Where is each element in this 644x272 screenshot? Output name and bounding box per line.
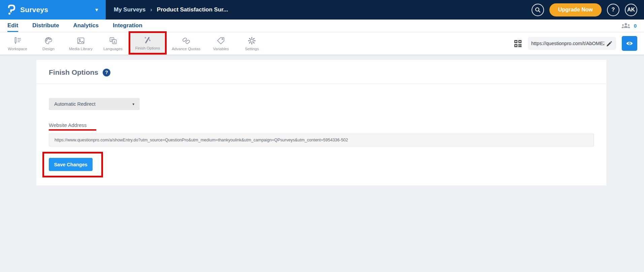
- search-icon: [535, 7, 541, 13]
- toolbar-item-finish-options[interactable]: Finish Options: [129, 31, 167, 55]
- preview-survey-button[interactable]: [622, 36, 637, 51]
- toolbar-item-advance-quotas[interactable]: Advance Quotas: [167, 32, 205, 55]
- breadcrumb-separator: ›: [150, 7, 152, 13]
- survey-link-field[interactable]: https://questionpro.com/t/AbOMEZ7: [528, 37, 616, 50]
- avatar[interactable]: AK: [625, 4, 637, 16]
- help-tooltip-icon[interactable]: ?: [103, 69, 110, 76]
- toolbar-item-workspace[interactable]: Workspace: [2, 32, 33, 55]
- variables-icon: [216, 36, 225, 45]
- finish-options-icon: [143, 36, 152, 44]
- tab-integration[interactable]: Integration: [113, 20, 142, 32]
- design-icon: [44, 36, 53, 45]
- website-address-label: Website Address: [49, 122, 87, 128]
- people-icon: [621, 23, 631, 29]
- redirect-type-dropdown[interactable]: Automatic Redirect ▾: [49, 98, 140, 110]
- toolbar-item-languages[interactable]: 文 A Languages: [98, 32, 129, 55]
- website-address-input[interactable]: [49, 134, 594, 146]
- respondents-count: 0: [634, 23, 637, 29]
- redirect-type-value: Automatic Redirect: [54, 101, 96, 107]
- tab-distribute[interactable]: Distribute: [32, 20, 59, 32]
- qr-code-icon: [514, 39, 522, 48]
- save-changes-button[interactable]: Save Changes: [49, 158, 93, 171]
- edit-link-button[interactable]: [606, 40, 613, 47]
- tab-edit[interactable]: Edit: [7, 20, 18, 32]
- editor-toolbar: Workspace Design Media Library 文 A Langu…: [0, 32, 644, 55]
- questionpro-logo: [7, 4, 16, 15]
- breadcrumb: My Surveys › Product Satisfaction Sur...: [114, 0, 228, 20]
- toolbar-item-design[interactable]: Design: [33, 32, 64, 55]
- toolbar-item-settings[interactable]: Settings: [236, 32, 267, 55]
- page-title: Finish Options: [49, 68, 98, 76]
- breadcrumb-current-survey: Product Satisfaction Sur...: [157, 6, 228, 13]
- search-button[interactable]: [532, 4, 544, 16]
- toolbar-item-media-library[interactable]: Media Library: [64, 32, 98, 55]
- chevron-down-icon[interactable]: ▼: [94, 7, 99, 12]
- dropdown-caret-icon: ▾: [132, 102, 134, 106]
- panel-header: Finish Options ?: [36, 60, 606, 84]
- settings-icon: [247, 36, 256, 45]
- help-button[interactable]: ?: [607, 4, 619, 16]
- pencil-icon: [606, 40, 613, 47]
- red-box-annotation: Save Changes: [42, 152, 103, 177]
- panel-body: Automatic Redirect ▾ Website Address Sav…: [36, 84, 606, 185]
- media-library-icon: [76, 36, 85, 45]
- breadcrumb-my-surveys[interactable]: My Surveys: [114, 6, 146, 13]
- top-header: Surveys ▼ My Surveys › Product Satisfact…: [0, 0, 644, 20]
- qr-code-button[interactable]: [514, 39, 522, 48]
- red-underline-annotation: [49, 129, 96, 131]
- respondents-indicator[interactable]: 0: [621, 20, 637, 32]
- languages-icon: 文 A: [109, 36, 117, 45]
- svg-text:A: A: [113, 40, 115, 43]
- section-tabs: Edit Distribute Analytics Integration 0: [0, 20, 644, 32]
- toolbar-link-area: https://questionpro.com/t/AbOMEZ7: [514, 32, 644, 55]
- workspace-icon: [13, 36, 22, 45]
- toolbar-item-variables[interactable]: Variables: [205, 32, 236, 55]
- product-switcher[interactable]: Surveys ▼: [0, 0, 106, 20]
- finish-options-panel: Finish Options ? Automatic Redirect ▾ We…: [36, 60, 606, 185]
- eye-icon: [626, 41, 633, 46]
- product-name: Surveys: [20, 6, 48, 14]
- main-content: Finish Options ? Automatic Redirect ▾ We…: [0, 55, 644, 272]
- survey-link-text: https://questionpro.com/t/AbOMEZ7: [531, 41, 604, 46]
- upgrade-now-button[interactable]: Upgrade Now: [549, 3, 602, 16]
- topbar-actions: Upgrade Now ? AK: [532, 0, 644, 20]
- tab-analytics[interactable]: Analytics: [73, 20, 99, 32]
- advance-quotas-icon: [182, 36, 191, 45]
